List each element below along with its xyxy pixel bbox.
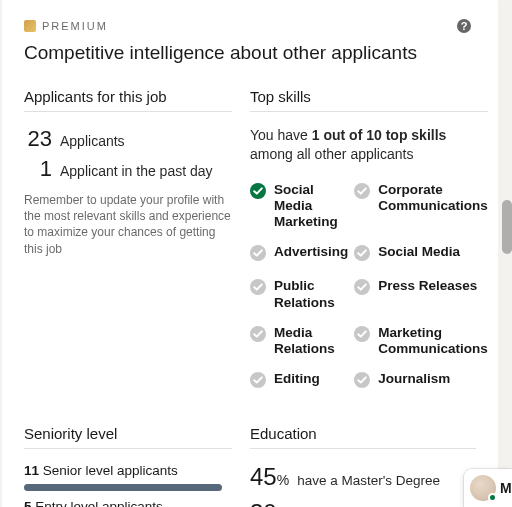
skill-item: Marketing Communications: [354, 325, 488, 357]
update-profile-reminder: Remember to update your profile with the…: [24, 192, 232, 257]
check-muted-icon: [354, 372, 370, 391]
skill-item: Social Media Marketing: [250, 182, 348, 231]
education-header: Education: [250, 425, 476, 449]
skill-label: Public Relations: [274, 278, 348, 310]
applicants-recent-count: 1: [24, 156, 52, 182]
seniority-list: 11 Senior level applicants5 Entry level …: [24, 463, 232, 507]
card-title: Competitive intelligence about other app…: [24, 42, 476, 64]
messaging-overlay[interactable]: M: [464, 469, 512, 507]
top-skills-intro-suffix: among all other applicants: [250, 146, 413, 162]
skill-item: Journalism: [354, 371, 488, 391]
svg-text:?: ?: [461, 20, 468, 32]
top-skills-header: Top skills: [250, 88, 488, 112]
help-icon[interactable]: ?: [456, 18, 472, 34]
skills-grid: Social Media MarketingCorporate Communic…: [250, 182, 488, 391]
messaging-initial: M: [500, 480, 512, 496]
check-muted-icon: [354, 279, 370, 298]
check-muted-icon: [354, 326, 370, 345]
applicants-header: Applicants for this job: [24, 88, 232, 112]
check-muted-icon: [354, 183, 370, 202]
presence-indicator: [488, 493, 497, 502]
seniority-header: Seniority level: [24, 425, 232, 449]
education-item: 45%have a Master's Degree: [250, 463, 476, 491]
education-pct: 30%: [250, 499, 289, 507]
seniority-item: 11 Senior level applicants: [24, 463, 232, 491]
education-label: have a Master's Degree: [297, 473, 440, 488]
applicants-total-label: Applicants: [60, 133, 125, 149]
seniority-text: 11 Senior level applicants: [24, 463, 232, 478]
skill-label: Social Media Marketing: [274, 182, 348, 231]
skill-item: Press Releases: [354, 278, 488, 310]
check-muted-icon: [250, 279, 266, 298]
skill-label: Editing: [274, 371, 320, 387]
check-muted-icon: [250, 326, 266, 345]
seniority-bar: [24, 484, 222, 491]
skill-label: Media Relations: [274, 325, 348, 357]
skill-item: Public Relations: [250, 278, 348, 310]
top-skills-intro: You have 1 out of 10 top skills among al…: [250, 126, 488, 164]
education-list: 45%have a Master's Degree30%have a Bache…: [250, 463, 476, 507]
avatar: [470, 475, 496, 501]
skill-item: Editing: [250, 371, 348, 391]
skill-label: Advertising: [274, 244, 348, 260]
check-muted-icon: [250, 372, 266, 391]
premium-card: PREMIUM ? Competitive intelligence about…: [2, 0, 498, 507]
applicants-recent-label: Applicant in the past day: [60, 163, 213, 179]
check-muted-icon: [354, 245, 370, 264]
scrollbar-thumb[interactable]: [502, 200, 512, 254]
skill-label: Journalism: [378, 371, 450, 387]
education-item: 30%have a Bachelor's Degree: [250, 499, 476, 507]
check-icon: [250, 183, 266, 202]
applicants-total: 23 Applicants: [24, 126, 232, 152]
skill-item: Corporate Communications: [354, 182, 488, 231]
premium-icon: [24, 20, 36, 32]
skill-item: Advertising: [250, 244, 348, 264]
top-skills-intro-prefix: You have: [250, 127, 312, 143]
seniority-text: 5 Entry level applicants: [24, 499, 232, 507]
top-skills-intro-bold: 1 out of 10 top skills: [312, 127, 447, 143]
skill-label: Press Releases: [378, 278, 477, 294]
education-pct: 45%: [250, 463, 289, 491]
skill-label: Corporate Communications: [378, 182, 488, 214]
skill-item: Media Relations: [250, 325, 348, 357]
seniority-item: 5 Entry level applicants: [24, 499, 232, 507]
skill-label: Social Media: [378, 244, 460, 260]
premium-label: PREMIUM: [42, 20, 108, 32]
skill-label: Marketing Communications: [378, 325, 488, 357]
premium-badge-row: PREMIUM ?: [24, 18, 476, 34]
skill-item: Social Media: [354, 244, 488, 264]
applicants-recent: 1 Applicant in the past day: [24, 156, 232, 182]
applicants-total-count: 23: [24, 126, 52, 152]
check-muted-icon: [250, 245, 266, 264]
